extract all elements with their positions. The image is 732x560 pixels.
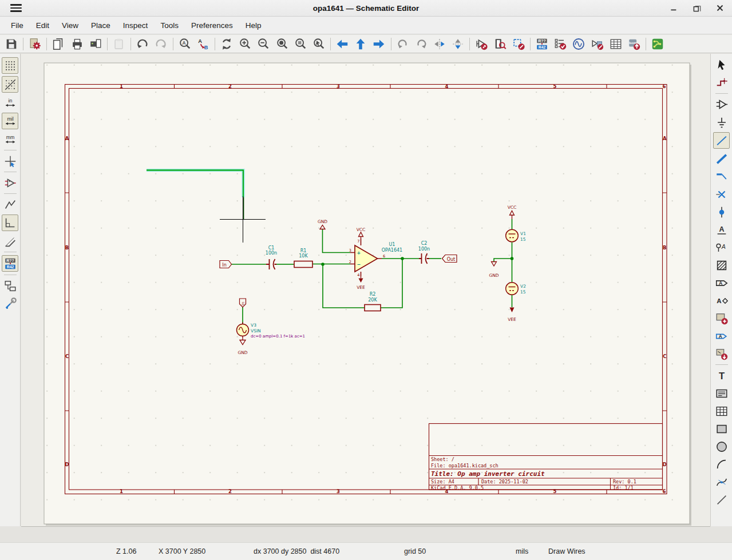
source-v2[interactable]: V2 15 xyxy=(506,283,526,295)
menu-edit[interactable]: Edit xyxy=(30,19,56,32)
text-button[interactable]: T xyxy=(714,368,729,383)
annotate-icon: R??R42 xyxy=(535,37,549,51)
source-v1[interactable]: V1 15 xyxy=(506,229,526,242)
line-button[interactable] xyxy=(714,492,729,507)
svg-text:mm: mm xyxy=(6,134,14,140)
menu-view[interactable]: View xyxy=(56,19,85,32)
hierarchy-navigator-button[interactable] xyxy=(2,278,18,293)
arc-button[interactable] xyxy=(714,456,729,472)
draw-bus-button[interactable] xyxy=(714,151,729,166)
hiddenpins-icon xyxy=(3,176,17,190)
menu-help[interactable]: Help xyxy=(239,19,268,32)
fullscreen-cursor-button[interactable] xyxy=(2,153,18,169)
net-label-button[interactable]: A xyxy=(714,222,729,237)
status-units: mils xyxy=(516,547,528,555)
global-label-button[interactable]: A xyxy=(714,275,729,291)
menu-preferences[interactable]: Preferences xyxy=(185,19,239,32)
free-angle-wires-button[interactable] xyxy=(2,197,18,212)
out-label-text: Out xyxy=(447,257,456,262)
nav-back-button[interactable] xyxy=(335,36,350,51)
menu-file[interactable]: File xyxy=(5,19,30,32)
mirror-vertical-button[interactable] xyxy=(450,36,466,51)
erc-check-button[interactable] xyxy=(553,36,568,51)
assign-footprints-button[interactable] xyxy=(589,36,605,51)
symbol-fields-table-button[interactable] xyxy=(608,36,623,51)
place-power-symbol-button[interactable] xyxy=(714,114,729,130)
import-sheet-pin-button[interactable]: A xyxy=(714,328,729,344)
45-degree-wires-button[interactable] xyxy=(2,233,18,249)
plot-button[interactable] xyxy=(88,36,103,51)
undo-button[interactable] xyxy=(135,36,151,51)
hierarchical-sheet-button[interactable] xyxy=(714,311,729,326)
global-label-in[interactable]: In xyxy=(220,261,232,268)
annotate-button[interactable]: R??R42 xyxy=(534,36,549,51)
highlight-net-button[interactable] xyxy=(714,75,729,90)
footprint-editor-button[interactable] xyxy=(511,36,526,51)
zoomobj-icon xyxy=(294,37,307,51)
propmgr-icon xyxy=(3,297,17,311)
menu-inspect[interactable]: Inspect xyxy=(117,19,155,32)
close-icon[interactable] xyxy=(715,3,725,13)
schematic-canvas[interactable]: 112233445566AABBCCDD Sheet: / File: opa1… xyxy=(21,54,710,527)
svg-text:A: A xyxy=(717,297,722,304)
text-box-button[interactable] xyxy=(714,386,729,401)
units-mils-button[interactable]: mil xyxy=(2,113,18,129)
units-inches-button[interactable]: in xyxy=(2,95,18,110)
menu-tools[interactable]: Tools xyxy=(154,19,185,32)
wire-to-bus-entry-button[interactable] xyxy=(714,169,729,184)
save-button[interactable] xyxy=(4,36,19,51)
nav-up-button[interactable] xyxy=(353,36,369,51)
rule-area-button[interactable] xyxy=(714,257,729,273)
global-label-in-v3[interactable]: In xyxy=(240,299,246,307)
circle-button[interactable] xyxy=(714,439,729,454)
show-directive-labels-button[interactable]: R??R42 xyxy=(2,255,18,272)
restore-icon[interactable] xyxy=(692,3,702,13)
rotate-cw-button[interactable] xyxy=(413,36,429,51)
grid-overrides-button[interactable] xyxy=(2,76,18,93)
hv-wires-button[interactable] xyxy=(2,215,18,231)
netclass-directive-button[interactable]: A xyxy=(714,240,729,255)
print-button[interactable] xyxy=(69,36,85,51)
schematic-setup-button[interactable] xyxy=(27,36,43,51)
nav-forward-button[interactable] xyxy=(371,36,387,51)
junction-button[interactable] xyxy=(714,204,729,220)
hierlabel-icon: A xyxy=(715,294,729,308)
units-mm-button[interactable]: mm xyxy=(2,132,18,147)
symbol-editor-button[interactable] xyxy=(474,36,489,51)
menu-place[interactable]: Place xyxy=(85,19,117,32)
draw-wire-button[interactable] xyxy=(713,132,730,149)
zoom-out-button[interactable] xyxy=(256,36,271,51)
refresh-button[interactable] xyxy=(219,36,234,51)
simulator-button[interactable] xyxy=(571,36,587,51)
c2-ref: C2 xyxy=(421,241,428,246)
find-button[interactable]: A xyxy=(177,36,192,51)
place-symbol-button[interactable] xyxy=(714,97,729,112)
global-label-out[interactable]: Out xyxy=(442,255,457,263)
highlightnet-icon xyxy=(715,76,729,90)
rotate-ccw-button[interactable] xyxy=(395,36,410,51)
zoom-to-fit-button[interactable] xyxy=(274,36,290,51)
zoom-to-objects-button[interactable] xyxy=(292,36,308,51)
export-bom-button[interactable]: bom xyxy=(626,36,642,51)
rectangle-button[interactable] xyxy=(714,421,729,436)
hierarchical-label-button[interactable]: A xyxy=(714,293,729,308)
grid-visibility-button[interactable] xyxy=(2,57,18,74)
properties-manager-button[interactable] xyxy=(2,296,18,311)
minimize-icon[interactable] xyxy=(669,3,679,13)
page-settings-button[interactable] xyxy=(51,36,66,51)
bezier-button[interactable] xyxy=(714,474,729,490)
sheet-pin-button[interactable] xyxy=(714,346,729,362)
table-button[interactable] xyxy=(714,403,729,419)
symbol-library-browser-button[interactable] xyxy=(492,36,508,51)
frame-grid-label: 1 xyxy=(120,84,123,89)
zoom-in-button[interactable] xyxy=(238,36,253,51)
show-hidden-pins-button[interactable] xyxy=(2,175,18,190)
mirror-horizontal-button[interactable] xyxy=(432,36,448,51)
find-replace-button[interactable]: AB xyxy=(195,36,211,51)
frame-grid-label: B xyxy=(65,245,69,251)
select-tool-button[interactable] xyxy=(714,57,729,73)
toolbar-separator xyxy=(107,38,108,50)
no-connect-flag-button[interactable] xyxy=(714,186,729,202)
zoom-to-selection-button[interactable] xyxy=(311,36,326,51)
open-pcb-editor-button[interactable] xyxy=(650,36,666,51)
